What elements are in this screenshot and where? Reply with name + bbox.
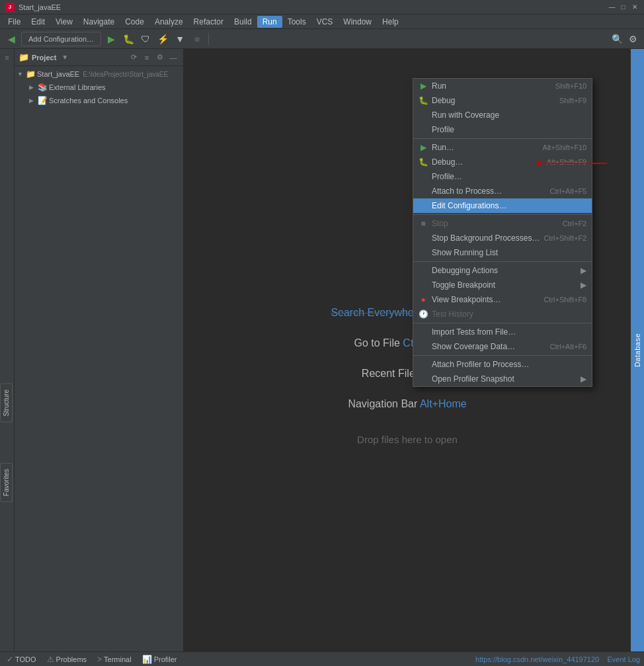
menu-refactor[interactable]: Refactor	[188, 16, 229, 28]
stop-button[interactable]: ■	[190, 32, 204, 46]
minimize-button[interactable]: —	[608, 3, 616, 11]
profile-button[interactable]: ⚡	[155, 32, 170, 46]
stop-icon: ■	[419, 219, 428, 228]
database-strip[interactable]: Database	[631, 49, 644, 651]
panel-collapse-button[interactable]: ≡	[141, 52, 153, 63]
edit-config-label: Edit Configurations…	[432, 201, 586, 210]
panel-header-icons: ⟳ ≡ ⚙ —	[128, 52, 179, 63]
show-coverage-shortcut: Ctrl+Alt+F6	[550, 343, 587, 351]
profile-dots-icon	[419, 172, 428, 181]
menu-vcs[interactable]: VCS	[311, 16, 339, 28]
menu-stop-bg-item[interactable]: Stop Background Processes… Ctrl+Shift+F2	[413, 231, 592, 245]
run-button[interactable]: ▶	[104, 32, 118, 46]
menu-help[interactable]: Help	[377, 16, 404, 28]
problems-button[interactable]: ⚠ Problems	[44, 652, 89, 666]
nav-bar-keys: Alt+Home	[420, 398, 467, 409]
menu-attach-profiler-item[interactable]: Attach Profiler to Process…	[413, 357, 592, 372]
menu-build[interactable]: Build	[229, 16, 257, 28]
menu-debug-dots-item[interactable]: 🐛 Debug… Alt+Shift+F9	[413, 155, 592, 169]
menu-debug-actions-item[interactable]: Debugging Actions ▶	[413, 263, 592, 278]
profiler-icon: 📊	[142, 655, 152, 664]
menu-code[interactable]: Code	[120, 16, 149, 28]
test-history-label: Test History	[432, 310, 586, 319]
menu-import-tests-item[interactable]: Import Tests from File…	[413, 325, 592, 339]
tree-ext-label: External Libraries	[49, 83, 106, 91]
debug-actions-arrow: ▶	[581, 266, 586, 275]
debug-dots-shortcut: Alt+Shift+F9	[547, 158, 587, 166]
menu-view[interactable]: View	[50, 16, 78, 28]
menu-test-history-item: 🕐 Test History	[413, 307, 592, 321]
profiler-button[interactable]: 📊 Profiler	[140, 652, 180, 666]
menu-tools[interactable]: Tools	[282, 16, 311, 28]
menu-edit-config-item[interactable]: Edit Configurations…	[413, 198, 592, 213]
view-bp-shortcut: Ctrl+Shift+F8	[543, 296, 586, 304]
dropdown-arrow-button[interactable]: ▼	[173, 32, 187, 46]
window-title: Start_javaEE	[19, 3, 61, 11]
menu-edit[interactable]: Edit	[26, 16, 50, 28]
menu-toggle-breakpoint-item[interactable]: Toggle Breakpoint ▶	[413, 278, 592, 292]
menu-run-dots-item[interactable]: ▶ Run… Alt+Shift+F10	[413, 140, 592, 155]
settings-button[interactable]: ⚙	[625, 32, 640, 46]
recent-files-text: Recent Files	[362, 368, 421, 379]
goto-file-text: Go to File	[354, 337, 400, 349]
menu-attach-process-item[interactable]: Attach to Process… Ctrl+Alt+F5	[413, 184, 592, 198]
menu-run[interactable]: Run	[257, 16, 282, 28]
menu-show-running-item[interactable]: Show Running List	[413, 245, 592, 260]
attach-label: Attach to Process…	[432, 187, 546, 196]
favorites-tab[interactable]: Favorites	[0, 463, 13, 502]
title-bar-controls[interactable]: — □ ✕	[608, 3, 639, 11]
run-dots-shortcut: Alt+Shift+F10	[543, 144, 587, 151]
show-running-icon	[419, 248, 428, 257]
project-panel-title: Project	[32, 54, 56, 62]
debug-button[interactable]: 🐛	[121, 32, 136, 46]
todo-icon: ✓	[7, 655, 13, 664]
app-logo: J	[5, 3, 15, 12]
open-profiler-label: Open Profiler Snapshot	[432, 374, 577, 384]
favorites-label: Favorites	[3, 469, 10, 496]
tree-arrow: ▼	[17, 71, 24, 77]
status-url-text: https://blog.csdn.net/weixin_44197120	[475, 655, 599, 663]
ext-lib-icon: 📚	[38, 83, 47, 92]
sep-1	[413, 138, 592, 139]
panel-close-button[interactable]: —	[167, 52, 179, 63]
run-coverage-label: Run with Coverage	[432, 110, 586, 120]
tree-scratches[interactable]: ▶ 📝 Scratches and Consoles	[15, 94, 183, 107]
tree-root-item[interactable]: ▼ 📁 Start_javaEE E:\IdeaProjects\Start_j…	[15, 67, 183, 81]
structure-tab[interactable]: Structure	[0, 384, 13, 423]
sidebar-toggle[interactable]: ≡	[1, 52, 13, 63]
attach-profiler-icon	[419, 360, 428, 369]
terminal-button[interactable]: > Terminal	[95, 652, 134, 666]
menu-analyze[interactable]: Analyze	[149, 16, 188, 28]
menu-file[interactable]: File	[3, 16, 26, 28]
menu-run-coverage-item[interactable]: Run with Coverage	[413, 108, 592, 122]
menu-profile-item[interactable]: Profile	[413, 122, 592, 137]
menu-debug-item[interactable]: 🐛 Debug Shift+F9	[413, 93, 592, 108]
add-configuration-button[interactable]: Add Configuration…	[21, 32, 101, 46]
maximize-button[interactable]: □	[619, 3, 627, 11]
menu-navigate[interactable]: Navigate	[78, 16, 120, 28]
debug-actions-icon	[419, 266, 428, 275]
close-button[interactable]: ✕	[630, 3, 639, 11]
menu-open-profiler-item[interactable]: Open Profiler Snapshot ▶	[413, 372, 592, 386]
tree-scratch-label: Scratches and Consoles	[49, 97, 128, 104]
menu-stop-item: ■ Stop Ctrl+F2	[413, 216, 592, 231]
search-everywhere-button[interactable]: 🔍	[610, 32, 624, 46]
menu-window[interactable]: Window	[338, 16, 377, 28]
left-sidebar-strip: ≡	[0, 49, 15, 651]
panel-menu-button[interactable]: ⚙	[154, 52, 166, 63]
edit-config-icon	[419, 201, 428, 210]
tree-external-libraries[interactable]: ▶ 📚 External Libraries	[15, 81, 183, 94]
menu-profile-dots-item[interactable]: Profile…	[413, 169, 592, 184]
tree-arrow-scratch: ▶	[29, 97, 36, 104]
run-dots-label: Run…	[432, 143, 539, 152]
menu-view-breakpoints-item[interactable]: ● View Breakpoints… Ctrl+Shift+F8	[413, 292, 592, 307]
coverage-button[interactable]: 🛡	[138, 32, 153, 46]
event-log-link[interactable]: Event Log	[607, 655, 640, 663]
menu-bar: File Edit View Navigate Code Analyze Ref…	[0, 15, 644, 29]
todo-button[interactable]: ✓ TODO	[4, 652, 39, 666]
panel-sync-button[interactable]: ⟳	[128, 52, 140, 63]
sep-5	[413, 355, 592, 356]
menu-run-item[interactable]: ▶ Run Shift+F10	[413, 79, 592, 93]
menu-show-coverage-item[interactable]: Show Coverage Data… Ctrl+Alt+F6	[413, 339, 592, 354]
run-icon: ▶	[419, 81, 428, 91]
